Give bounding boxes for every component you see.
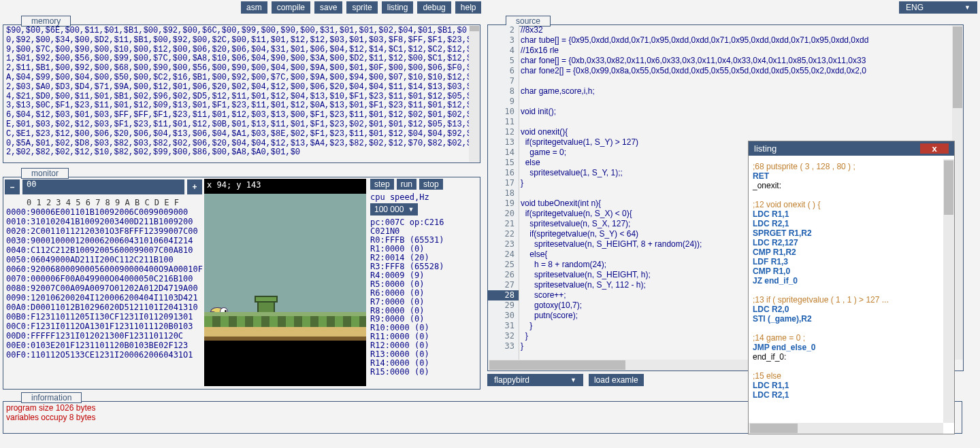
listing-window[interactable]: listing x ;68 putsprite ( 3 , 128 , 80 )…	[749, 141, 954, 434]
line-number: 3	[488, 35, 519, 46]
run-button[interactable]: run	[397, 179, 416, 190]
sprite-button[interactable]: sprite	[346, 1, 377, 14]
chevron-down-icon: ▼	[408, 206, 414, 213]
example-select[interactable]: flappybird ▼	[487, 374, 583, 386]
cpu-speed-select[interactable]: 100 000 ▼	[370, 203, 418, 216]
line-number: 18	[488, 188, 519, 199]
source-line: //16x16 rle	[521, 46, 952, 56]
line-number: 29	[488, 300, 519, 311]
line-number: 23	[488, 239, 519, 249]
listing-line: JZ end_if_0	[753, 276, 939, 286]
addr-minus-button[interactable]: –	[5, 179, 20, 194]
listing-line: CMP R1,0	[753, 266, 939, 276]
hex-row: 0090:120106200204I120006200404I1103D421	[6, 293, 200, 303]
source-line	[521, 76, 952, 86]
register-value: R0:FFFB (65531)	[370, 236, 477, 245]
help-button[interactable]: help	[455, 1, 482, 14]
load-example-button[interactable]: load examle	[589, 374, 644, 386]
line-number: 30	[488, 311, 519, 321]
listing-line	[753, 190, 939, 200]
listing-line	[753, 324, 939, 333]
line-number: 19	[488, 199, 519, 209]
hex-row: 0030:90001000012000620060431010604I214	[6, 236, 200, 245]
source-line: void init();	[521, 107, 952, 117]
line-number: 12	[488, 127, 519, 137]
hex-view: 0 1 2 3 4 5 6 7 8 9 A B C D E F 0000:900…	[6, 198, 200, 386]
line-number: 33	[488, 341, 519, 351]
listing-line	[753, 286, 939, 295]
listing-hscrollbar[interactable]	[749, 423, 943, 434]
monitor-panel: monitor – 00 + 0 1 2 3 4 5 6 7 8 9 A B C…	[3, 177, 480, 390]
line-number: 9	[488, 97, 519, 107]
hex-row: 0010:310102041B10092003400D211B1009200	[6, 217, 200, 226]
source-line: //8x32	[521, 25, 952, 35]
listing-line: RET	[753, 171, 939, 181]
language-select[interactable]: ENG ▼	[899, 1, 977, 14]
register-value: R4:0009 (9)	[370, 271, 477, 280]
hex-row: 00B0:F12311011205I130CF1231I0112091301	[6, 312, 200, 322]
register-value: R6:0000 (0)	[370, 289, 477, 298]
memory-scrollbar[interactable]	[469, 26, 480, 162]
listing-line: _onexit:	[753, 181, 939, 190]
source-line: char fone2[] = {0x8,0x99,0x8a,0x55,0x5d,…	[521, 66, 952, 76]
listing-titlebar[interactable]: listing x	[749, 141, 954, 156]
listing-line: CMP R1,R2	[753, 247, 939, 257]
flags-value: C021N0	[370, 227, 477, 236]
source-line: char game,score,i,h;	[521, 86, 952, 97]
line-number: 17	[488, 178, 519, 188]
line-number: 25	[488, 260, 519, 270]
stop-button[interactable]: stop	[419, 179, 443, 190]
hex-row: 00A0:D00011012B10296020D5121101I2041310	[6, 303, 200, 312]
pc-value: pc:007C op:C216	[370, 218, 477, 227]
compile-button[interactable]: compile	[272, 1, 310, 14]
source-line	[521, 117, 952, 127]
listing-title-label: listing	[754, 143, 777, 154]
asm-button[interactable]: asm	[241, 1, 267, 14]
pointer-coords: x 94; y 143	[207, 180, 261, 190]
line-number: 24	[488, 249, 519, 260]
source-line: void onexit(){	[521, 127, 952, 137]
listing-line: LDC R2,127	[753, 238, 939, 247]
listing-line: LDC R1,1	[753, 209, 939, 219]
listing-line: ;14 game = 0 ;	[753, 333, 939, 343]
hex-row: 00F0:110112O5133CE1231I2000620060431O1	[6, 350, 200, 360]
listing-line: LDC R2,1	[753, 219, 939, 228]
listing-line: LDF R1,3	[753, 257, 939, 266]
addr-plus-button[interactable]: +	[187, 179, 202, 194]
memory-panel: memory $90,$00,$6E,$00,$11,$01,$B1,$00,$…	[3, 24, 480, 163]
line-number: 28	[488, 290, 519, 300]
listing-button[interactable]: listing	[382, 1, 414, 14]
line-number: 2	[488, 25, 519, 35]
line-number: 27	[488, 280, 519, 290]
listing-vscrollbar[interactable]	[943, 159, 954, 423]
listing-line: ;15 else	[753, 371, 939, 381]
information-tab: information	[21, 392, 82, 403]
line-number: 11	[488, 117, 519, 127]
register-value: R15:0000 (0)	[370, 368, 477, 377]
listing-line: JMP end_else_0	[753, 343, 939, 352]
listing-line: LDC R2,1	[753, 390, 939, 400]
hex-row: 0080:92007C00A09A0097O01202A012D4719A00	[6, 283, 200, 293]
addr-field[interactable]: 00	[22, 179, 184, 194]
debug-button[interactable]: debug	[417, 1, 451, 14]
line-number: 13	[488, 137, 519, 148]
register-value: R1:0000 (0)	[370, 245, 477, 254]
listing-line: end_if_0:	[753, 352, 939, 362]
line-number: 4	[488, 46, 519, 56]
line-number: 20	[488, 209, 519, 219]
close-icon[interactable]: x	[920, 143, 949, 154]
chevron-down-icon: ▼	[964, 4, 970, 11]
step-button[interactable]: step	[370, 179, 394, 190]
save-button[interactable]: save	[314, 1, 342, 14]
listing-body: ;68 putsprite ( 3 , 128 , 80 ) ;RET_onex…	[749, 159, 943, 423]
line-number: 31	[488, 321, 519, 331]
chevron-down-icon: ▼	[570, 377, 576, 383]
line-number: 21	[488, 219, 519, 229]
hex-header: 0 1 2 3 4 5 6 7 8 9 A B C D E F	[6, 198, 200, 207]
register-value: R5:0000 (0)	[370, 280, 477, 289]
language-label: ENG	[906, 3, 924, 12]
hex-row: 0070:000006F00A049900O04000050C216B100	[6, 274, 200, 283]
source-line: char fone[] = {0xb,0x33,0x82,0x11,0x6,0x…	[521, 56, 952, 66]
line-number: 6	[488, 66, 519, 76]
hex-row: 0000:90006E001101B10092006C0099009000	[6, 207, 200, 217]
